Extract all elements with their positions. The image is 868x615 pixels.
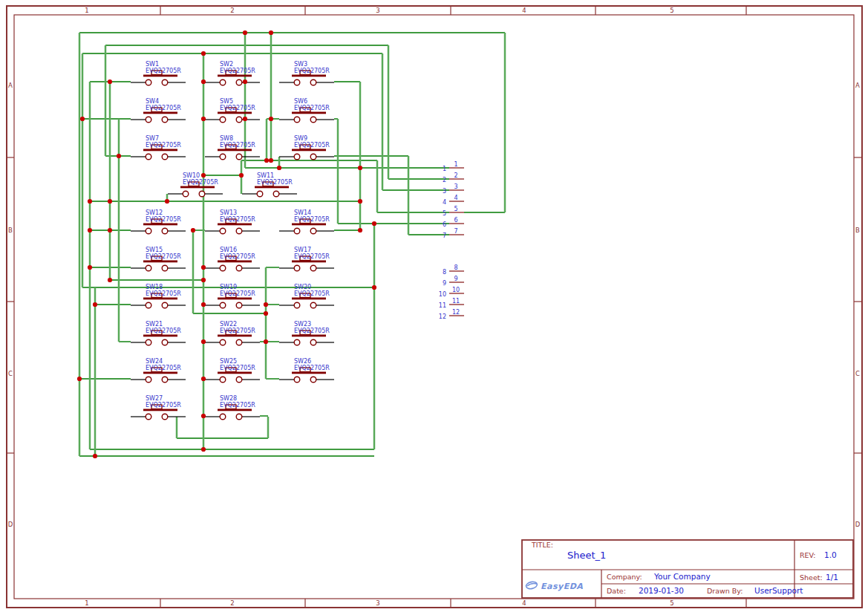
switch-SW1[interactable]: SW1EVQ22705R [131,61,186,85]
date-value[interactable]: 2019-01-30 [639,586,684,595]
switch-part-label[interactable]: EVQ22705R [220,328,255,334]
switch-SW5[interactable]: SW5EVQ22705R [205,98,260,123]
switch-part-label[interactable]: EVQ22705R [294,328,330,334]
switch-SW24[interactable]: SW24EVQ22705R [131,358,186,383]
pin-11[interactable]: 1111 [439,298,464,309]
switch-part-label[interactable]: EVQ22705R [294,290,330,297]
switch-part-label[interactable]: EVQ22705R [220,402,255,409]
switch-ref-label[interactable]: SW13 [220,209,237,216]
switch-part-label[interactable]: EVQ22705R [294,216,330,223]
switch-ref-label[interactable]: SW11 [257,172,274,179]
switch-part-label[interactable]: EVQ22705R [146,142,181,149]
switch-part-label[interactable]: EVQ22705R [294,365,330,371]
company-value[interactable]: Your Company [653,572,711,581]
switch-SW28[interactable]: SW28EVQ22705R [205,395,260,420]
switch-part-label[interactable]: EVQ22705R [294,253,330,260]
switch-part-label[interactable]: EVQ22705R [220,216,255,223]
switch-part-label[interactable]: EVQ22705R [220,365,255,371]
drawn-by-value[interactable]: UserSupport [754,586,803,595]
switch-SW6[interactable]: SW6EVQ22705R [279,98,334,123]
switch-part-label[interactable]: EVQ22705R [146,68,181,74]
switch-ref-label[interactable]: SW23 [294,321,311,328]
wires[interactable] [79,33,505,456]
switch-SW8[interactable]: SW8EVQ22705R [205,135,260,160]
switch-ref-label[interactable]: SW22 [220,321,237,328]
switch-part-label[interactable]: EVQ22705R [220,142,255,149]
pin-9[interactable]: 99 [443,276,464,287]
switch-part-label[interactable]: EVQ22705R [257,179,293,186]
pin-12[interactable]: 1212 [439,309,464,320]
switch-part-label[interactable]: EVQ22705R [183,179,218,186]
switch-SW17[interactable]: SW17EVQ22705R [279,247,334,271]
switch-SW7[interactable]: SW7EVQ22705R [131,135,186,160]
switch-ref-label[interactable]: SW26 [294,358,311,365]
switch-ref-label[interactable]: SW6 [294,98,307,105]
switch-ref-label[interactable]: SW27 [146,395,163,402]
pin-1[interactable]: 11 [443,161,464,172]
switch-ref-label[interactable]: SW18 [146,284,163,290]
switch-ref-label[interactable]: SW16 [220,247,237,253]
switch-SW26[interactable]: SW26EVQ22705R [279,358,334,383]
switch-ref-label[interactable]: SW8 [220,135,233,142]
switch-ref-label[interactable]: SW24 [146,358,163,365]
pin-5[interactable]: 55 [443,206,464,217]
components[interactable]: SW1EVQ22705RSW2EVQ22705RSW3EVQ22705RSW4E… [131,61,334,420]
switch-part-label[interactable]: EVQ22705R [220,290,255,297]
switch-SW12[interactable]: SW12EVQ22705R [131,209,186,234]
switch-SW23[interactable]: SW23EVQ22705R [279,321,334,345]
switch-ref-label[interactable]: SW28 [220,395,237,402]
switch-ref-label[interactable]: SW2 [220,61,233,68]
switch-ref-label[interactable]: SW17 [294,247,311,253]
switch-SW22[interactable]: SW22EVQ22705R [205,321,260,345]
switch-part-label[interactable]: EVQ22705R [220,105,255,111]
sheet-title[interactable]: Sheet_1 [567,550,606,561]
switch-SW15[interactable]: SW15EVQ22705R [131,247,186,271]
switch-part-label[interactable]: EVQ22705R [146,290,181,297]
switch-SW16[interactable]: SW16EVQ22705R [205,247,260,271]
pin-6[interactable]: 66 [443,217,464,228]
pin-8[interactable]: 88 [443,264,464,276]
pin-4[interactable]: 44 [443,195,464,206]
switch-SW13[interactable]: SW13EVQ22705R [205,209,260,234]
switch-ref-label[interactable]: SW3 [294,61,307,68]
sheet-value[interactable]: 1/1 [826,573,838,582]
switch-SW27[interactable]: SW27EVQ22705R [131,395,186,420]
switch-ref-label[interactable]: SW19 [220,284,237,290]
switch-part-label[interactable]: EVQ22705R [146,402,181,409]
switch-SW4[interactable]: SW4EVQ22705R [131,98,186,123]
switch-ref-label[interactable]: SW5 [220,98,233,105]
switch-SW25[interactable]: SW25EVQ22705R [205,358,260,383]
switch-ref-label[interactable]: SW21 [146,321,163,328]
switch-SW10[interactable]: SW10EVQ22705R [168,172,223,197]
switch-SW3[interactable]: SW3EVQ22705R [279,61,334,85]
switch-SW11[interactable]: SW11EVQ22705R [242,172,297,197]
pin-2[interactable]: 22 [443,172,464,183]
switch-ref-label[interactable]: SW15 [146,247,163,253]
switch-SW21[interactable]: SW21EVQ22705R [131,321,186,345]
switch-ref-label[interactable]: SW9 [294,135,307,142]
switch-part-label[interactable]: EVQ22705R [294,105,330,111]
schematic-editor-canvas[interactable]: 1 2 3 4 5 1 2 3 4 5 A B C D A B C D SW1E… [0,0,868,615]
switch-part-label[interactable]: EVQ22705R [294,68,330,74]
pin-7[interactable]: 77 [443,228,464,239]
switch-ref-label[interactable]: SW7 [146,135,159,142]
switch-ref-label[interactable]: SW25 [220,358,237,365]
switch-ref-label[interactable]: SW4 [146,98,159,105]
switch-ref-label[interactable]: SW12 [146,209,163,216]
switch-part-label[interactable]: EVQ22705R [146,105,181,111]
switch-SW9[interactable]: SW9EVQ22705R [279,135,334,160]
switch-ref-label[interactable]: SW10 [183,172,200,179]
switch-ref-label[interactable]: SW20 [294,284,311,290]
rev-value[interactable]: 1.0 [824,550,837,559]
pin-10[interactable]: 1010 [439,287,464,298]
connector-pins[interactable]: 112233445566778899101011111212 [439,161,464,320]
switch-part-label[interactable]: EVQ22705R [146,216,181,223]
switch-part-label[interactable]: EVQ22705R [220,68,255,74]
title-block[interactable]: TITLE: Sheet_1 REV: 1.0 Company: Your Co… [522,540,853,598]
switch-SW14[interactable]: SW14EVQ22705R [279,209,334,234]
switch-ref-label[interactable]: SW1 [146,61,159,68]
switch-SW2[interactable]: SW2EVQ22705R [205,61,260,85]
pin-3[interactable]: 33 [443,183,464,195]
switch-part-label[interactable]: EVQ22705R [220,253,255,260]
switch-part-label[interactable]: EVQ22705R [294,142,330,149]
